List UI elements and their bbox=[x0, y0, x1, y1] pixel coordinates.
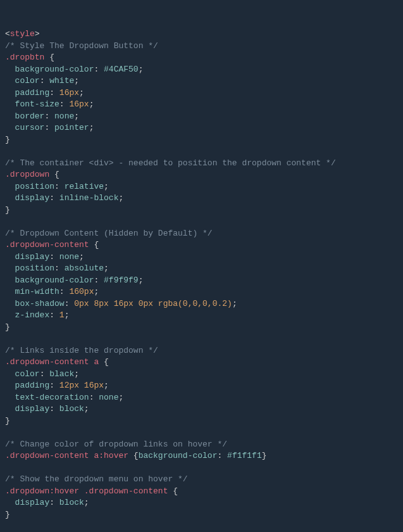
code-token bbox=[5, 263, 15, 273]
code-token: ; bbox=[104, 182, 109, 191]
code-token: ; bbox=[74, 369, 79, 379]
code-token: { bbox=[168, 486, 178, 496]
code-token: } bbox=[5, 510, 10, 519]
code-token: white bbox=[49, 76, 74, 86]
code-token: } bbox=[5, 135, 10, 144]
code-token: : bbox=[65, 299, 75, 308]
code-block: <style> /* Style The Dropdown Button */ … bbox=[5, 28, 398, 532]
code-token: ; bbox=[74, 76, 79, 86]
code-token: : bbox=[40, 369, 50, 379]
code-token: none bbox=[59, 252, 79, 262]
code-token: : bbox=[94, 65, 104, 74]
code-token: : bbox=[44, 123, 54, 132]
code-token: /* The container <div> - needed to posit… bbox=[5, 158, 336, 168]
code-token: /* Show the dropdown menu on hover */ bbox=[5, 474, 188, 484]
code-token bbox=[5, 99, 15, 109]
code-token: ; bbox=[104, 263, 109, 273]
code-token: 16px bbox=[69, 99, 89, 109]
code-token: { bbox=[99, 357, 109, 367]
code-token: cursor bbox=[15, 123, 45, 132]
code-token: /* Style The Dropdown Button */ bbox=[5, 41, 158, 51]
code-token: 16px bbox=[59, 88, 79, 98]
code-token: : bbox=[40, 76, 50, 86]
code-token: : bbox=[49, 404, 59, 414]
code-token bbox=[5, 404, 15, 414]
code-token: : bbox=[44, 111, 54, 121]
code-token bbox=[5, 498, 15, 507]
code-token: : bbox=[49, 252, 59, 262]
code-token bbox=[5, 76, 15, 86]
code-token: display bbox=[15, 193, 50, 203]
code-token: : bbox=[49, 310, 59, 320]
code-token bbox=[5, 111, 15, 121]
code-token: none bbox=[54, 111, 74, 121]
code-token: ; bbox=[84, 404, 89, 414]
code-token: ; bbox=[89, 99, 94, 109]
code-token: background-color bbox=[15, 276, 94, 285]
code-token: #f1f1f1 bbox=[227, 451, 262, 460]
code-token: { bbox=[128, 451, 139, 460]
code-token: block bbox=[59, 498, 84, 507]
code-token: : bbox=[49, 193, 59, 203]
code-token bbox=[5, 182, 15, 191]
code-token: ; bbox=[74, 111, 79, 121]
code-token: ; bbox=[118, 393, 123, 402]
code-token: padding bbox=[15, 88, 50, 98]
code-token: relative bbox=[65, 182, 104, 191]
code-token: background-color bbox=[15, 65, 94, 74]
code-token bbox=[5, 88, 15, 98]
code-token: z-index bbox=[15, 310, 50, 320]
code-token bbox=[5, 276, 15, 285]
code-token: : bbox=[217, 451, 227, 460]
code-token: box-shadow bbox=[15, 299, 65, 308]
code-token: black bbox=[49, 369, 74, 379]
code-token: block bbox=[59, 404, 84, 414]
code-token: text-decoration bbox=[15, 393, 89, 402]
code-token: : bbox=[54, 182, 65, 191]
code-token: display bbox=[15, 252, 50, 262]
code-token: background-color bbox=[139, 451, 218, 460]
code-token: ; bbox=[139, 276, 144, 285]
code-token: #f9f9f9 bbox=[104, 276, 139, 285]
code-token: ; bbox=[104, 381, 109, 390]
code-token bbox=[5, 65, 15, 74]
code-token bbox=[5, 287, 15, 296]
code-token: { bbox=[49, 170, 59, 179]
code-token: inline-block bbox=[59, 193, 119, 203]
code-token bbox=[5, 299, 15, 308]
code-token: ; bbox=[94, 287, 99, 296]
code-token: 12px 16px bbox=[59, 381, 104, 390]
code-token bbox=[5, 381, 15, 390]
code-token: } bbox=[262, 451, 267, 460]
code-token bbox=[5, 193, 15, 203]
code-token bbox=[5, 123, 15, 132]
code-token: ; bbox=[232, 299, 237, 308]
code-token: /* Dropdown Content (Hidden by Default) … bbox=[5, 229, 213, 238]
code-token: ; bbox=[65, 310, 70, 320]
code-token: color bbox=[15, 76, 40, 86]
code-token: : bbox=[49, 498, 59, 507]
code-token: : bbox=[59, 99, 70, 109]
code-token: #4CAF50 bbox=[104, 65, 139, 74]
code-token: .dropdown:hover .dropdown-content bbox=[5, 486, 168, 496]
code-token: } bbox=[5, 205, 10, 215]
code-token: ; bbox=[79, 88, 84, 98]
code-token: : bbox=[49, 88, 59, 98]
code-token: { bbox=[89, 240, 99, 250]
code-token: 1 bbox=[59, 310, 65, 320]
code-token: display bbox=[15, 404, 50, 414]
code-token: .dropdown-content a bbox=[5, 357, 99, 367]
code-token: > bbox=[35, 29, 40, 39]
code-token: border bbox=[15, 111, 45, 121]
code-token: : bbox=[49, 381, 59, 390]
code-token: /* Change color of dropdown links on hov… bbox=[5, 440, 227, 449]
code-token: } bbox=[5, 416, 10, 426]
code-token: ; bbox=[84, 498, 89, 507]
code-token: : bbox=[94, 276, 104, 285]
code-token: pointer bbox=[54, 123, 89, 132]
code-token: style bbox=[10, 29, 35, 39]
code-token: 160px bbox=[69, 287, 94, 296]
code-token: padding bbox=[15, 381, 50, 390]
code-token: absolute bbox=[65, 263, 104, 273]
code-token: .dropdown bbox=[5, 170, 49, 179]
